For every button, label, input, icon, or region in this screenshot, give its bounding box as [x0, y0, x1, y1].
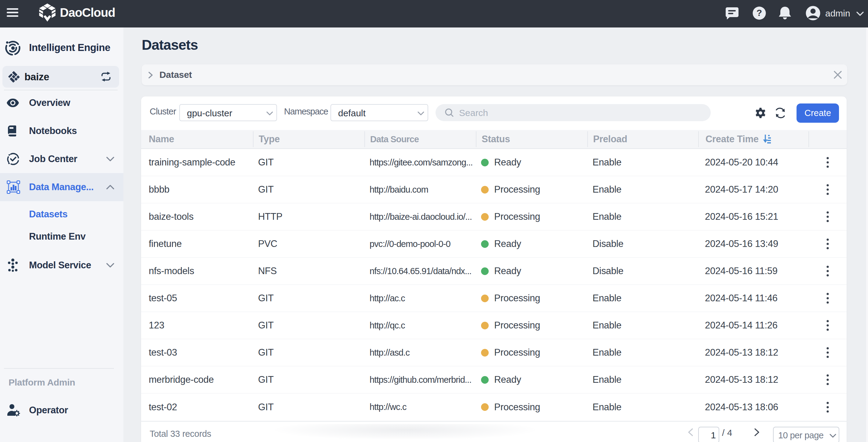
svg-text:?: ? — [756, 8, 762, 18]
